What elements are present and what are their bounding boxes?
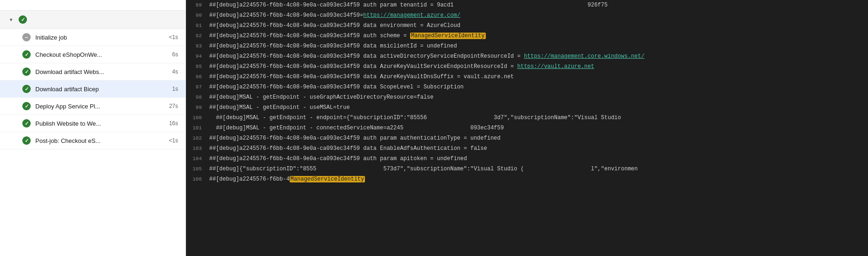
highlight-text: ManagedServiceIdentity xyxy=(410,33,485,39)
job-name: Download artifact Bicep xyxy=(35,86,167,93)
truncated-text xyxy=(427,115,494,121)
log-row: 97##[debug]a2245576-f6bb-4c08-9e0a-ca093… xyxy=(186,82,868,92)
log-content: ##[debug]MSAL - getEndpoint - connectedS… xyxy=(205,123,868,133)
line-number: 105 xyxy=(186,165,205,173)
log-content: ##[debug]a2245576-f6bb-4c08-9e0a-ca093ec… xyxy=(205,41,868,51)
truncated-gap xyxy=(454,2,588,8)
line-number: 104 xyxy=(186,155,205,162)
truncated-text-2 xyxy=(524,166,591,172)
log-content: ##[debug]a2245576-f6bb-4c08-9e0a-ca093ec… xyxy=(205,143,868,154)
job-name: Checkout eShopOnWe... xyxy=(35,51,167,58)
line-number: 94 xyxy=(186,53,205,60)
log-content: ##[debug]a2245576-f6bb-4c08-9e0a-ca093ec… xyxy=(205,61,868,72)
chevron-down-icon: ▾ xyxy=(7,16,15,23)
log-row: 89##[debug]a2245576-f6bb-4c08-9e0a-ca093… xyxy=(186,0,868,10)
log-content: ##[debug]a2245576-f6bb-4c08-9e0a-ca093ec… xyxy=(205,133,868,143)
log-row: 90##[debug]a2245576-f6bb-4c08-9e0a-ca093… xyxy=(186,10,868,20)
success-icon xyxy=(22,85,31,93)
line-number: 98 xyxy=(186,94,205,101)
job-name: Deploy App Service Pl... xyxy=(35,103,165,110)
line-number: 93 xyxy=(186,42,205,50)
success-icon xyxy=(22,102,31,110)
line-number: 101 xyxy=(186,124,205,132)
panel-title xyxy=(0,0,186,11)
job-time: 1s xyxy=(172,86,178,92)
job-list: Initialize job<1sCheckout eShopOnWe...6s… xyxy=(0,29,186,149)
truncated-text xyxy=(316,166,383,172)
log-row: 93##[debug]a2245576-f6bb-4c08-9e0a-ca093… xyxy=(186,41,868,51)
log-content: ##[debug]a2245576-f6bb-4c08-9e0a-ca093ec… xyxy=(205,10,868,20)
line-number: 95 xyxy=(186,63,205,70)
line-number: 106 xyxy=(186,175,205,183)
log-content: ##[debug]a2245576-f6bb-4c08-9e0a-ca093ec… xyxy=(205,20,868,31)
log-content: ##[debug]a2245576-f6bb-4c08-9e0a-ca093ec… xyxy=(205,154,868,164)
log-content: ##[debug]{"subscriptionID":"8555 573d7",… xyxy=(205,164,868,174)
log-row: 100 ##[debug]MSAL - getEndpoint - endpoi… xyxy=(186,113,868,123)
line-number: 100 xyxy=(186,114,205,121)
log-link[interactable]: https://management.core.windows.net/ xyxy=(524,53,644,60)
job-item[interactable]: Download artifact Webs...4s xyxy=(0,63,186,81)
job-time: 27s xyxy=(169,103,178,109)
deploy-section: ▾ Initialize job<1sCheckout eShopOnWe...… xyxy=(0,11,186,149)
log-link[interactable]: https://vault.azure.net xyxy=(517,63,595,70)
deploy-header[interactable]: ▾ xyxy=(0,11,186,29)
log-content: ##[debug]MSAL - getEndpoint - endpoint={… xyxy=(205,113,868,123)
highlight-text: ManagedServiceIdentity xyxy=(290,176,365,182)
success-icon xyxy=(22,50,31,59)
job-name: Publish Website to We... xyxy=(35,120,165,127)
log-content: ##[debug]a2245576-f6bb-4c08-9e0a-ca093ec… xyxy=(205,51,868,61)
success-icon xyxy=(22,67,31,76)
log-link[interactable]: https://management.azure.com/ xyxy=(363,12,460,19)
log-content: ##[debug]a2245576-f6bb-4c08-9e0a-ca093ec… xyxy=(205,82,868,92)
job-name: Download artifact Webs... xyxy=(35,68,167,75)
log-row: 95##[debug]a2245576-f6bb-4c08-9e0a-ca093… xyxy=(186,61,868,72)
truncated-text xyxy=(404,125,470,131)
job-item[interactable]: Post-job: Checkout eS...<1s xyxy=(0,132,186,149)
line-number: 90 xyxy=(186,12,205,19)
log-content: ##[debug]a2245576-f6bb-4ManagedServiceId… xyxy=(205,174,868,184)
log-content: ##[debug]MSAL - getEndpoint - useGraphAc… xyxy=(205,92,868,102)
log-content: ##[debug]a2245576-f6bb-4c08-9e0a-ca093ec… xyxy=(205,0,868,10)
log-panel: 89##[debug]a2245576-f6bb-4c08-9e0a-ca093… xyxy=(186,0,868,256)
job-time: <1s xyxy=(169,137,178,144)
log-row: 98##[debug]MSAL - getEndpoint - useGraph… xyxy=(186,92,868,102)
success-icon xyxy=(22,136,31,145)
line-number: 89 xyxy=(186,1,205,9)
job-item[interactable]: Download artifact Bicep1s xyxy=(0,81,186,98)
job-item[interactable]: Checkout eShopOnWe...6s xyxy=(0,46,186,63)
line-number: 91 xyxy=(186,22,205,29)
job-item[interactable]: Initialize job<1s xyxy=(0,29,186,46)
job-item[interactable]: Publish Website to We...16s xyxy=(0,115,186,132)
log-row: 104##[debug]a2245576-f6bb-4c08-9e0a-ca09… xyxy=(186,154,868,164)
log-row: 94##[debug]a2245576-f6bb-4c08-9e0a-ca093… xyxy=(186,51,868,61)
line-number: 96 xyxy=(186,73,205,81)
line-number: 92 xyxy=(186,32,205,40)
log-content: ##[debug]MSAL - getEndpoint - useMSAL=tr… xyxy=(205,102,868,113)
job-item[interactable]: Deploy App Service Pl...27s xyxy=(0,98,186,115)
deploy-status-icon xyxy=(19,15,27,24)
log-row: 92##[debug]a2245576-f6bb-4c08-9e0a-ca093… xyxy=(186,31,868,41)
log-content: ##[debug]a2245576-f6bb-4c08-9e0a-ca093ec… xyxy=(205,72,868,82)
job-time: 16s xyxy=(169,120,178,127)
line-number: 103 xyxy=(186,145,205,152)
line-number: 99 xyxy=(186,104,205,111)
log-row: 105##[debug]{"subscriptionID":"8555 573d… xyxy=(186,164,868,174)
job-time: 4s xyxy=(172,68,178,75)
log-row: 103##[debug]a2245576-f6bb-4c08-9e0a-ca09… xyxy=(186,143,868,154)
skipped-icon xyxy=(22,33,31,41)
line-number: 102 xyxy=(186,135,205,142)
job-name: Post-job: Checkout eS... xyxy=(35,137,164,144)
success-icon xyxy=(22,119,31,128)
log-row: 91##[debug]a2245576-f6bb-4c08-9e0a-ca093… xyxy=(186,20,868,31)
log-row: 96##[debug]a2245576-f6bb-4c08-9e0a-ca093… xyxy=(186,72,868,82)
job-name: Initialize job xyxy=(35,34,164,41)
log-row: 101 ##[debug]MSAL - getEndpoint - connec… xyxy=(186,123,868,133)
job-time: 6s xyxy=(172,51,178,58)
log-row: 106##[debug]a2245576-f6bb-4ManagedServic… xyxy=(186,174,868,184)
line-number: 97 xyxy=(186,83,205,91)
log-content: ##[debug]a2245576-f6bb-4c08-9e0a-ca093ec… xyxy=(205,31,868,41)
log-row: 99##[debug]MSAL - getEndpoint - useMSAL=… xyxy=(186,102,868,113)
left-panel: ▾ Initialize job<1sCheckout eShopOnWe...… xyxy=(0,0,186,256)
job-time: <1s xyxy=(169,34,178,40)
log-row: 102##[debug]a2245576-f6bb-4c08-9e0a-ca09… xyxy=(186,133,868,143)
